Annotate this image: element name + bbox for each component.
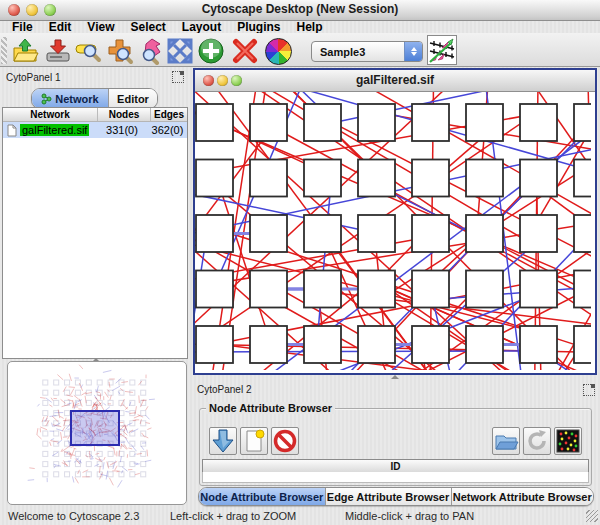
tab-network-attribute-browser[interactable]: Network Attribute Browser — [451, 488, 593, 505]
save-icon — [44, 37, 72, 65]
cytopanel2-float-icon[interactable] — [583, 384, 595, 396]
status-pan-hint: Middle-click + drag to PAN — [345, 510, 474, 522]
splitter-handle-2[interactable] — [391, 375, 399, 379]
vizmapper-button[interactable] — [427, 35, 457, 65]
import-attributes-button[interactable] — [209, 427, 237, 455]
col-edges[interactable]: Edges — [150, 108, 187, 121]
node-count: 331(0) — [96, 124, 148, 136]
window-titlebar[interactable]: Cytoscape Desktop (New Session) — [0, 0, 600, 21]
menu-select[interactable]: Select — [122, 21, 173, 33]
overview-viewport — [71, 411, 119, 445]
refresh-icon — [524, 428, 550, 454]
vizmap-style-value: Sample3 — [312, 46, 404, 58]
menu-view[interactable]: View — [79, 21, 122, 33]
menu-bar: File Edit View Select Layout Plugins Hel… — [0, 21, 600, 33]
overview-canvas — [8, 362, 186, 502]
zoom-bar-icon — [75, 37, 103, 65]
tab-network[interactable]: Network — [32, 89, 108, 108]
group-title: Node Attribute Browser — [206, 402, 335, 414]
combo-stepper-icon — [404, 42, 422, 61]
menu-help[interactable]: Help — [289, 21, 331, 33]
cytopanel1-title: CytoPanel 1 — [6, 72, 60, 83]
zoom-out-selected-button[interactable] — [137, 37, 165, 65]
zoom-selected-region-button[interactable] — [75, 37, 103, 65]
new-file-icon — [241, 428, 267, 454]
edge-count: 362(0) — [148, 124, 187, 136]
network-name: galFiltered.sif — [20, 124, 89, 136]
network-window-titlebar[interactable]: galFiltered.sif — [195, 70, 595, 92]
vizmap-style-select[interactable]: Sample3 — [311, 41, 423, 62]
matrix-icon — [555, 428, 581, 454]
fit-content-button[interactable] — [166, 37, 194, 65]
delete-button[interactable] — [231, 37, 259, 65]
toolbar-drag-handle[interactable] — [1, 37, 7, 64]
cytopanel1-float-icon[interactable] — [172, 71, 184, 83]
tab-editor[interactable]: Editor — [108, 89, 157, 108]
tab-edge-attribute-browser[interactable]: Edge Attribute Browser — [325, 488, 451, 505]
file-icon — [7, 124, 17, 137]
menu-layout[interactable]: Layout — [174, 21, 229, 33]
add-button[interactable] — [197, 37, 225, 65]
import-matrix-button[interactable] — [554, 427, 582, 455]
network-overview[interactable] — [7, 361, 187, 505]
window-title: Cytoscape Desktop (New Session) — [0, 2, 600, 16]
cytopanel1-tabs: Network Editor — [31, 88, 158, 109]
status-welcome: Welcome to Cytoscape 2.3 — [8, 510, 139, 522]
status-zoom-hint: Left-click + drag to ZOOM — [170, 510, 296, 522]
tab-editor-label: Editor — [117, 93, 149, 105]
plus-magnifier-icon — [106, 37, 134, 65]
col-nodes[interactable]: Nodes — [97, 108, 150, 121]
network-glyph-icon — [41, 93, 52, 105]
tab-node-attr-label: Node Attribute Browser — [200, 491, 323, 503]
node-attribute-browser-group: Node Attribute Browser — [199, 408, 592, 486]
open-folder-icon — [11, 37, 39, 65]
menu-plugins[interactable]: Plugins — [229, 21, 288, 33]
tab-network-attr-label: Network Attribute Browser — [453, 491, 592, 503]
col-network[interactable]: Network — [3, 108, 97, 121]
save-session-button[interactable] — [44, 37, 72, 65]
arrow-magnifier-icon — [137, 37, 165, 65]
network-window-title: galFiltered.sif — [195, 73, 595, 87]
zoom-in-button[interactable] — [106, 37, 134, 65]
blue-down-arrow-icon — [210, 428, 236, 454]
network-window: galFiltered.sif — [193, 68, 597, 375]
network-canvas[interactable] — [195, 92, 591, 370]
color-wheel-button[interactable] — [264, 37, 292, 65]
tab-network-label: Network — [55, 93, 98, 105]
red-x-icon — [231, 37, 259, 65]
refresh-attributes-button[interactable] — [523, 427, 551, 455]
tab-node-attribute-browser[interactable]: Node Attribute Browser — [199, 488, 325, 505]
cytopanel2-title: CytoPanel 2 — [197, 384, 251, 395]
resize-grip[interactable] — [586, 510, 598, 522]
menu-edit[interactable]: Edit — [41, 21, 80, 33]
new-attribute-button[interactable] — [240, 427, 268, 455]
open-attribute-file-button[interactable] — [492, 427, 520, 455]
attribute-browser-tabs: Node Attribute Browser Edge Attribute Br… — [198, 487, 594, 506]
menu-file[interactable]: File — [4, 21, 41, 33]
table-row[interactable]: galFiltered.sif 331(0) 362(0) — [3, 122, 187, 138]
attribute-empty-row[interactable] — [202, 472, 589, 483]
color-wheel-icon — [265, 38, 292, 65]
blue-folder-icon — [493, 428, 519, 454]
tab-edge-attr-label: Edge Attribute Browser — [327, 491, 449, 503]
four-arrows-icon — [166, 37, 194, 65]
network-table-header: Network Nodes Edges — [3, 108, 187, 122]
vizmapper-icon — [428, 36, 456, 64]
no-sign-icon — [272, 428, 298, 454]
delete-attribute-button[interactable] — [271, 427, 299, 455]
network-table: Network Nodes Edges galFiltered.sif 331(… — [2, 107, 188, 359]
green-plus-icon — [197, 37, 225, 65]
open-session-button[interactable] — [11, 37, 39, 65]
